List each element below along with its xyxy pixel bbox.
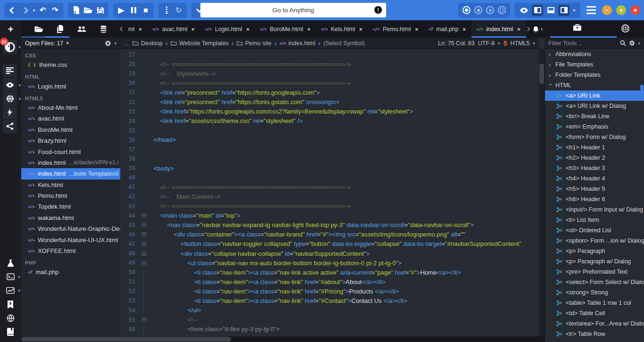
- fold-marker[interactable]: [141, 230, 147, 239]
- open-file-row[interactable]: </>Wonderful-Nature-Graphic-Desig: [21, 223, 120, 234]
- toolbox-section-File Templates[interactable]: ›File Templates: [545, 59, 644, 70]
- toolbox-item[interactable]: <h1> Header 1: [545, 142, 644, 153]
- preview-button[interactable]: [518, 4, 530, 16]
- toolbox-item[interactable]: <option> Form ...ion w/ Dialog: [545, 236, 644, 246]
- refresh-button[interactable]: ↻: [173, 4, 185, 16]
- file-tab-index.html[interactable]: </>index.html×: [471, 20, 526, 38]
- toolbox-item[interactable]: <table> Table 1 row 1 col: [545, 298, 644, 308]
- tab-notifications-button[interactable]: ▾: [532, 25, 543, 33]
- gear-icon[interactable]: [105, 40, 111, 47]
- breadcrumb-item-Website Templates[interactable]: Website Templates: [171, 40, 229, 47]
- toolbox-options-dropdown[interactable]: ▾: [638, 41, 640, 46]
- close-tab-icon[interactable]: ×: [307, 26, 310, 32]
- toggle-right-pane-button[interactable]: [558, 5, 570, 16]
- breadcrumb-item-index.html[interactable]: </>index.html: [280, 40, 315, 47]
- outline-button[interactable]: [3, 64, 17, 77]
- breadcrumb-item-Desktop[interactable]: Desktop: [132, 40, 163, 47]
- language-selector[interactable]: HTML5: [510, 40, 529, 47]
- close-open-files-icon[interactable]: ×: [66, 41, 69, 46]
- toolbox-item[interactable]: <tr> Table Row: [545, 329, 644, 339]
- open-file-row[interactable]: </>Login.html: [21, 81, 120, 91]
- symbol-browser-button[interactable]: [621, 24, 630, 33]
- account-button[interactable]: 22 ▾: [3, 40, 17, 54]
- file-tab-Login.html[interactable]: </>Login.html×: [200, 20, 255, 38]
- toolbox-item[interactable]: <select> Form Select w/ Dialog: [545, 277, 644, 287]
- toolbox-gear-icon[interactable]: [629, 40, 635, 46]
- toolbox-item[interactable]: <h2> Header 2: [545, 153, 644, 163]
- web-services-button[interactable]: [4, 312, 17, 324]
- select-symbol-dropdown[interactable]: (Select Symbol): [323, 40, 365, 47]
- toolbox-item[interactable]: <strong> Strong: [545, 287, 644, 298]
- share-button[interactable]: [3, 120, 17, 133]
- close-window-button[interactable]: ×: [630, 5, 640, 15]
- breadcrumb-item-Pemo site[interactable]: Pemo site: [237, 40, 272, 47]
- open-files-options-dropdown[interactable]: ▾: [114, 41, 116, 46]
- pause-button[interactable]: [127, 4, 140, 16]
- toolbox-item[interactable]: <input/> Form Input w/ Dialog: [545, 204, 644, 215]
- panes-dropdown[interactable]: ▾: [571, 4, 577, 16]
- toolbox-item[interactable]: <a> URI Link: [545, 90, 644, 101]
- vertical-scroll-thumb[interactable]: [539, 64, 544, 84]
- fold-marker[interactable]: [141, 239, 147, 249]
- go-to-anything-input[interactable]: Go to Anything !: [200, 3, 386, 17]
- file-tab-Pemo.html[interactable]: </>Pemo.html×: [368, 20, 424, 38]
- open-files-tab[interactable]: [57, 25, 64, 33]
- record-macro-button[interactable]: [462, 6, 471, 14]
- open-file-row[interactable]: </>BoroMe.html: [21, 124, 120, 135]
- fold-marker[interactable]: [141, 249, 147, 258]
- open-file-row[interactable]: { }theme.css: [21, 59, 120, 70]
- toolbox-item[interactable]: <a> URI Link w/ Dialog: [545, 101, 644, 111]
- open-file-button[interactable]: [82, 4, 94, 16]
- open-file-row[interactable]: </>Wonderful-Nature-UI-UX.html: [21, 234, 120, 245]
- horizontal-scroll-thumb[interactable]: [21, 337, 231, 342]
- minimize-button[interactable]: −: [602, 5, 612, 15]
- terminal-button[interactable]: ▾: [4, 270, 17, 283]
- toolbox-item[interactable]: <ol> Ordered List: [545, 225, 644, 236]
- open-file-row[interactable]: </>XOFFEE.html: [21, 245, 120, 256]
- add-panel-button[interactable]: +: [8, 24, 14, 34]
- stop-button[interactable]: ■: [140, 4, 152, 16]
- file-tab-mail.php[interactable]: <?mail.php×: [424, 20, 471, 38]
- toolbox-item[interactable]: <form> Form w/ Dialog: [545, 132, 644, 142]
- editor-vertical-scrollbar[interactable]: [539, 49, 545, 336]
- unit-test-button[interactable]: [4, 257, 17, 269]
- places-tab[interactable]: [34, 26, 43, 33]
- open-file-row[interactable]: </>About-Me.html: [21, 102, 120, 113]
- open-file-row[interactable]: </>Pemo.html: [21, 190, 120, 201]
- snippets-button[interactable]: [4, 298, 17, 310]
- open-file-row[interactable]: </>index.html...bsite Templates\Pen: [21, 168, 120, 179]
- toolbox-item[interactable]: <td> Table Cell: [545, 308, 644, 318]
- open-file-row[interactable]: </>Food-court.html: [21, 146, 120, 157]
- open-file-row[interactable]: </>Brazy.html: [21, 135, 120, 146]
- toolbox-tab[interactable]: [573, 24, 582, 32]
- toolbox-item[interactable]: <h3> Header 3: [545, 163, 644, 173]
- encoding-selector[interactable]: UTF-8: [478, 40, 495, 47]
- close-tab-icon[interactable]: ×: [247, 26, 249, 32]
- toolbox-item[interactable]: <h5> Header 5: [545, 184, 644, 194]
- history-dropdown[interactable]: ▾: [31, 4, 37, 16]
- syntax-alert-icon[interactable]: !: [374, 6, 382, 14]
- fold-marker[interactable]: [141, 220, 147, 230]
- toolbox-section-Folder Templates[interactable]: ›Folder Templates: [545, 70, 644, 80]
- open-file-row[interactable]: </>avac.html: [21, 113, 120, 124]
- file-tab-ml[interactable]: ml×: [124, 20, 148, 38]
- close-tab-icon[interactable]: ×: [517, 26, 520, 32]
- fold-marker[interactable]: [141, 258, 147, 268]
- stop-macro-button[interactable]: [474, 6, 482, 14]
- filter-tools-input[interactable]: Filter Tools ..: [548, 40, 617, 47]
- toolbox-item[interactable]: <pre> Preformated Text: [545, 267, 644, 277]
- open-file-row[interactable]: </>Topdek.html: [21, 201, 120, 212]
- fold-marker[interactable]: [141, 211, 147, 220]
- toolbox-scroll-thumb[interactable]: [640, 85, 644, 100]
- toolbox-item[interactable]: <p> Paragraph: [545, 246, 644, 256]
- close-tab-icon[interactable]: ×: [139, 26, 141, 32]
- toolbox-section-HTML[interactable]: ›HTML: [545, 80, 644, 90]
- main-menu-button[interactable]: [585, 6, 598, 14]
- open-file-row[interactable]: </>Kels.html: [21, 179, 120, 190]
- search-icon[interactable]: [620, 40, 626, 46]
- fold-marker[interactable]: [141, 315, 147, 325]
- toolbox-item[interactable]: <em> Emphasis: [545, 122, 644, 132]
- code-editor[interactable]: 2728<!-- ===============================…: [120, 49, 539, 336]
- toolbox-item[interactable]: <textarea> For...Area w/ Dialog: [545, 318, 644, 329]
- toolbox-item[interactable]: <p> Paragraph w/ Dialog: [545, 256, 644, 267]
